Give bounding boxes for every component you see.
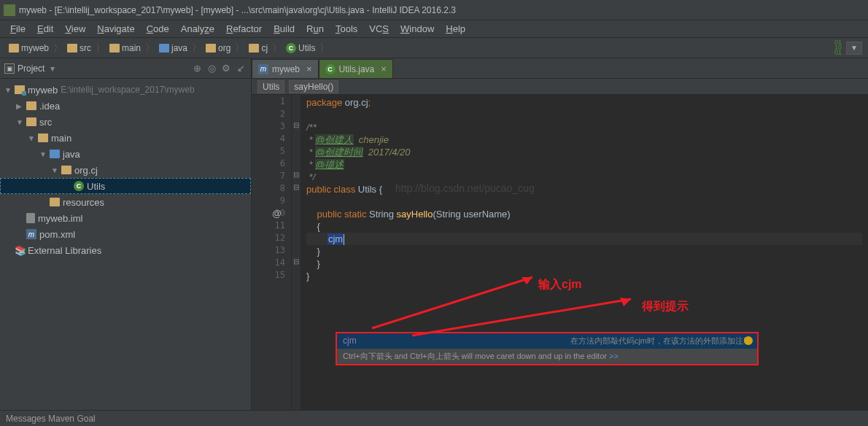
class-icon: C bbox=[286, 43, 296, 53]
tab-myweb[interactable]: m myweb × bbox=[252, 59, 319, 78]
module-icon bbox=[15, 85, 25, 94]
expand-arrow-icon[interactable]: ▼ bbox=[4, 86, 12, 94]
folder-icon bbox=[26, 117, 36, 126]
folder-icon bbox=[109, 44, 120, 53]
crumb-java[interactable]: java bbox=[156, 42, 190, 55]
folder-icon bbox=[26, 101, 36, 110]
tree-external-libs[interactable]: 📚 External Libraries bbox=[0, 242, 251, 258]
menu-build[interactable]: Build bbox=[269, 22, 299, 36]
tree-resources[interactable]: resources bbox=[0, 194, 251, 210]
expand-arrow-icon[interactable]: ▼ bbox=[51, 166, 58, 174]
crumb-org[interactable]: org bbox=[203, 42, 233, 55]
menu-view[interactable]: View bbox=[61, 22, 90, 36]
maven-icon: m bbox=[258, 64, 268, 74]
tree-main[interactable]: ▼ main bbox=[0, 130, 251, 146]
close-icon[interactable]: × bbox=[381, 63, 387, 74]
project-tree: ▼ myweb E:\intellij_workspace_2017\myweb… bbox=[0, 79, 251, 261]
breadcrumbs: myweb〉 src〉 main〉 java〉 org〉 cj〉 CUtils〉 bbox=[6, 42, 329, 55]
menu-help[interactable]: Help bbox=[441, 22, 470, 36]
expand-arrow-icon[interactable]: ▼ bbox=[16, 118, 23, 126]
override-gutter-icon[interactable]: @ bbox=[272, 208, 282, 219]
folder-icon bbox=[67, 44, 77, 53]
fold-icon[interactable]: ⊟ bbox=[292, 121, 301, 133]
project-tool-icon: ▣ bbox=[4, 63, 15, 74]
menu-vcs[interactable]: VCS bbox=[365, 22, 393, 36]
resources-icon bbox=[50, 198, 60, 206]
watermark-text: http://blog.csdn.net/pucao_cug bbox=[395, 182, 535, 195]
completion-tip: Ctrl+向下箭头 and Ctrl+向上箭头 will move caret … bbox=[337, 349, 757, 364]
breadcrumb-bar: myweb〉 src〉 main〉 java〉 org〉 cj〉 CUtils〉… bbox=[0, 38, 868, 58]
project-panel-title: ▣ Project ▾ bbox=[4, 63, 187, 74]
file-icon bbox=[26, 213, 35, 223]
crumb-sep: 〉 bbox=[235, 42, 244, 55]
annotation-arrow bbox=[405, 292, 638, 343]
menu-window[interactable]: Window bbox=[396, 22, 438, 36]
crumb-cj[interactable]: cj bbox=[246, 42, 271, 55]
tree-idea[interactable]: ▶ .idea bbox=[0, 98, 251, 114]
crumb-sep: 〉 bbox=[96, 42, 105, 55]
crumb-myweb[interactable]: myweb bbox=[6, 42, 52, 55]
project-panel-header: ▣ Project ▾ ⊕ ◎ ⚙ ↙ bbox=[0, 58, 251, 79]
menu-tools[interactable]: Tools bbox=[331, 22, 362, 36]
expand-arrow-icon[interactable]: ▼ bbox=[39, 150, 47, 158]
crumb-sep: 〉 bbox=[192, 42, 201, 55]
tree-package[interactable]: ▼ org.cj bbox=[0, 162, 251, 178]
menu-code[interactable]: Code bbox=[142, 22, 174, 36]
fold-gutter: ⊟ ⊟ ⊟ ⊟ bbox=[292, 95, 301, 410]
crumb-sep: 〉 bbox=[53, 42, 63, 55]
folder-icon bbox=[206, 44, 216, 53]
close-icon[interactable]: × bbox=[306, 63, 312, 74]
tree-src[interactable]: ▼ src bbox=[0, 114, 251, 130]
line-gutter: 1 2 3 4 5 6 7 8 9 10 11 12 13 14 15 bbox=[252, 95, 292, 410]
panel-toolbar: ⊕ ◎ ⚙ ↙ bbox=[191, 63, 247, 74]
tree-utils[interactable]: C Utils bbox=[0, 178, 251, 194]
tree-java[interactable]: ▼ java bbox=[0, 146, 251, 162]
class-icon: C bbox=[325, 64, 336, 74]
menu-analyze[interactable]: Analyze bbox=[177, 22, 219, 36]
window-title: myweb - [E:\intellij_workspace_2017\mywe… bbox=[19, 5, 456, 15]
tip-link[interactable]: >> bbox=[609, 352, 619, 360]
fold-icon[interactable]: ⊟ bbox=[292, 183, 301, 195]
crumb-utils[interactable]: CUtils bbox=[283, 42, 318, 55]
menu-run[interactable]: Run bbox=[302, 22, 328, 36]
annotation-label: 得到提示 bbox=[642, 299, 689, 314]
menu-refactor[interactable]: Refactor bbox=[222, 22, 266, 36]
tab-utils[interactable]: C Utils.java × bbox=[319, 59, 393, 78]
svg-line-2 bbox=[412, 299, 631, 336]
expand-arrow-icon[interactable]: ▶ bbox=[16, 102, 23, 110]
folder-icon bbox=[50, 150, 60, 158]
fold-end-icon[interactable]: ⊟ bbox=[292, 171, 301, 183]
folder-icon bbox=[9, 44, 19, 53]
project-panel: ▣ Project ▾ ⊕ ◎ ⚙ ↙ ▼ myweb E:\intellij_… bbox=[0, 58, 252, 410]
crumb-sep: 〉 bbox=[145, 42, 155, 55]
maven-icon: m bbox=[26, 229, 36, 239]
tree-root[interactable]: ▼ myweb E:\intellij_workspace_2017\myweb bbox=[0, 82, 251, 98]
crumb-main[interactable]: main bbox=[106, 42, 144, 55]
tree-iml[interactable]: myweb.iml bbox=[0, 210, 251, 226]
collapse-icon[interactable]: ⊕ bbox=[191, 63, 203, 74]
bulb-icon[interactable] bbox=[744, 336, 753, 345]
chevron-down-icon[interactable]: ▾ bbox=[50, 63, 55, 74]
status-text[interactable]: Messages Maven Goal bbox=[6, 414, 96, 424]
nav-class[interactable]: Utils bbox=[257, 80, 284, 93]
menu-edit[interactable]: Edit bbox=[33, 22, 58, 36]
statusbar: Messages Maven Goal bbox=[0, 410, 868, 426]
settings-icon[interactable]: ⚙ bbox=[220, 63, 232, 74]
crumb-src[interactable]: src bbox=[64, 42, 94, 55]
nav-crumb: Utils sayHello() bbox=[252, 79, 868, 95]
menu-navigate[interactable]: Navigate bbox=[93, 22, 139, 36]
nav-method[interactable]: sayHello() bbox=[289, 80, 338, 93]
annotation-label: 输入cjm bbox=[538, 277, 582, 293]
config-dropdown[interactable]: ▼ bbox=[846, 42, 862, 55]
app-icon bbox=[4, 4, 15, 16]
fold-end-icon[interactable]: ⊟ bbox=[292, 257, 301, 270]
folder-icon bbox=[38, 133, 48, 142]
expand-arrow-icon[interactable]: ▼ bbox=[28, 134, 35, 142]
locate-icon[interactable]: ◎ bbox=[206, 63, 217, 74]
tree-pom[interactable]: m pom.xml bbox=[0, 226, 251, 242]
menu-file[interactable]: File bbox=[6, 22, 30, 36]
hide-icon[interactable]: ↙ bbox=[235, 63, 247, 74]
folder-icon bbox=[159, 44, 169, 53]
svg-marker-3 bbox=[620, 298, 631, 306]
menubar: File Edit View Navigate Code Analyze Ref… bbox=[0, 20, 868, 38]
